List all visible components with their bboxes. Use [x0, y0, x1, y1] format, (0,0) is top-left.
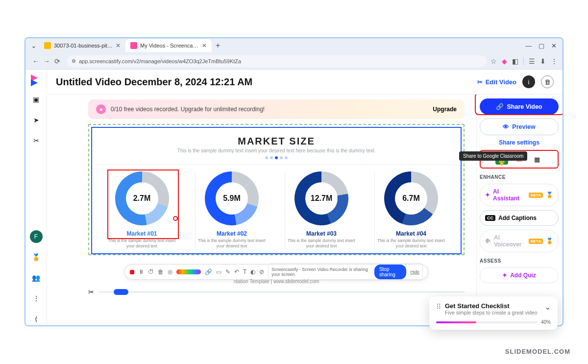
ai-assistant-label: AI Assistant	[493, 188, 526, 202]
slides-favicon-icon	[44, 42, 51, 49]
edit-video-label: Edit Video	[486, 78, 516, 86]
recording-toolbar[interactable]: ⏸ ⏱ 🗑 ◎ 🔗 ▭ ✎ ↶ T ◐ ⊘ Screencastify -	[124, 264, 428, 280]
add-quiz-button[interactable]: ✦ Add Quiz	[480, 267, 559, 283]
pager-dots	[97, 156, 456, 159]
browser-tab-screencastify[interactable]: My Videos - Screencastify ✕	[125, 39, 212, 52]
upgrade-link[interactable]: Upgrade	[433, 106, 457, 113]
chrome-menu-icon[interactable]: ⋮	[551, 57, 558, 65]
timer-icon[interactable]: ⏱	[148, 268, 154, 275]
add-captions-label: Add Captions	[498, 215, 537, 221]
donut-value: 5.9M	[216, 182, 248, 215]
downloads-icon[interactable]: ⬇	[540, 57, 546, 65]
donut-desc: This is the sample dummy text insert you…	[105, 238, 179, 248]
donut-value: 12.7M	[305, 182, 338, 215]
award-badge-icon: ★	[96, 104, 106, 114]
stop-sharing-button[interactable]: Stop sharing	[374, 265, 407, 279]
drag-handle-icon[interactable]: ⠿	[436, 303, 441, 310]
share-settings-link[interactable]: Share settings	[480, 139, 559, 146]
close-window-icon[interactable]: ✕	[551, 42, 557, 49]
blur-tool-icon[interactable]: ◐	[250, 268, 255, 275]
main-column: Untitled Video December 8, 2024 12:21 AM…	[47, 70, 563, 325]
tab-title: 30073-01-business-pitch-deck	[54, 43, 113, 49]
preview-button[interactable]: 👁 Preview	[480, 119, 559, 135]
market-2: 5.9M Market #02 This is the sample dummy…	[195, 171, 269, 248]
nav-submit-icon[interactable]: ➤	[30, 114, 43, 126]
nav-edit-icon[interactable]: ✂	[30, 134, 43, 147]
eraser-icon[interactable]: ▭	[216, 268, 221, 275]
nav-groups-icon[interactable]: 👥	[30, 271, 43, 284]
delete-take-icon[interactable]: 🗑	[158, 268, 164, 275]
get-started-checklist-popover[interactable]: ⠿ Get Started Checklist Five simple step…	[429, 296, 558, 330]
pen-icon[interactable]: ✎	[225, 268, 230, 275]
minimize-icon[interactable]: —	[525, 42, 532, 49]
bookmark-star-icon[interactable]: ☆	[490, 57, 497, 65]
close-tab-icon[interactable]: ✕	[116, 42, 121, 49]
share-video-button[interactable]: 🔗 Share Video	[480, 98, 559, 115]
premium-ribbon-icon: 🏅	[546, 192, 553, 198]
hide-share-bar-link[interactable]: Hide	[410, 269, 419, 274]
progress-fill	[436, 321, 476, 323]
trim-timeline[interactable]: ✂	[88, 284, 465, 296]
donut-value: 2.7M	[126, 182, 158, 215]
forward-icon[interactable]: →	[41, 57, 52, 65]
pause-icon[interactable]: ⏸	[138, 268, 144, 275]
recording-frame: MARKET SIZE This is the sample dummy tex…	[88, 124, 465, 255]
site-settings-icon[interactable]: ⚙	[72, 58, 76, 64]
sparkle-icon: ✦	[485, 192, 490, 198]
url-text: app.screencastify.com/v2/manage/videos/w…	[79, 58, 241, 64]
close-tab-icon[interactable]: ✕	[202, 42, 207, 49]
new-tab-button[interactable]: +	[212, 41, 224, 50]
trim-scissors-icon[interactable]: ✂	[88, 288, 94, 296]
stop-record-icon[interactable]	[130, 270, 134, 274]
cursor-spotlight-icon[interactable]: ◎	[168, 268, 172, 275]
nav-more-icon[interactable]: ⋮	[30, 292, 43, 305]
edit-video-button[interactable]: ✂ Edit Video	[477, 78, 516, 86]
checklist-collapse-icon[interactable]: ⌄	[544, 302, 551, 312]
pen-color-picker[interactable]	[176, 269, 201, 274]
nav-collapse-icon[interactable]: ⟨	[30, 313, 43, 325]
ai-voiceover-button[interactable]: 🗣 AI Voiceover BETA 🏅	[480, 230, 559, 252]
window-controls: — ▢ ✕	[525, 42, 560, 49]
nav-library-icon[interactable]: ▣	[30, 93, 43, 106]
url-input[interactable]: ⚙ app.screencastify.com/v2/manage/videos…	[67, 55, 487, 67]
selection-handle-icon[interactable]	[173, 216, 178, 221]
reading-list-icon[interactable]: ☰	[529, 57, 535, 65]
video-title[interactable]: Untitled Video December 8, 2024 12:21 AM	[56, 76, 252, 88]
trim-handle[interactable]	[114, 289, 128, 295]
slide-preview[interactable]: MARKET SIZE This is the sample dummy tex…	[91, 127, 462, 254]
donut-value: 6.7M	[395, 182, 427, 215]
browser-tab-slides[interactable]: 30073-01-business-pitch-deck ✕	[39, 39, 125, 52]
sparkle-icon: ✦	[502, 272, 507, 279]
screencastify-app: ▣ ➤ ✂ F 🏅 👥 ⋮ ⟨ Untitled Video December …	[25, 70, 563, 325]
link-tool-icon[interactable]: 🔗	[205, 268, 212, 275]
ai-assistant-button[interactable]: ✦ AI Assistant BETA 🏅	[480, 184, 559, 206]
tab-search-chevron[interactable]: ⌄	[28, 42, 39, 49]
screencastify-favicon-icon	[130, 42, 137, 49]
add-quiz-label: Add Quiz	[510, 272, 536, 279]
add-captions-button[interactable]: CC Add Captions	[480, 210, 559, 226]
donut-label: Market #03	[306, 230, 337, 237]
user-avatar[interactable]: F	[30, 230, 43, 243]
screencastify-extension-icon[interactable]: ◆	[502, 57, 507, 65]
checklist-subtitle: Five simple steps to create a great vide…	[445, 310, 538, 315]
delete-button[interactable]: 🗑	[541, 75, 554, 88]
clear-icon[interactable]: ⊘	[259, 268, 264, 275]
back-icon[interactable]: ←	[30, 57, 41, 65]
market-1[interactable]: 2.7M Market #01 This is the sample dummy…	[105, 171, 179, 248]
screencastify-logo-icon[interactable]	[30, 74, 43, 85]
donut-row: 2.7M Market #01 This is the sample dummy…	[97, 164, 456, 248]
ai-voiceover-label: AI Voiceover	[494, 234, 526, 248]
address-bar: ← → ⟳ ⚙ app.screencastify.com/v2/manage/…	[25, 53, 563, 70]
trim-track[interactable]	[99, 288, 465, 296]
undo-icon[interactable]: ↶	[234, 268, 239, 275]
maximize-icon[interactable]: ▢	[539, 42, 544, 49]
nav-rewards-icon[interactable]: 🏅	[30, 251, 43, 264]
share-qr-button[interactable]: ▦	[531, 154, 543, 165]
beta-badge: BETA	[529, 239, 543, 244]
info-button[interactable]: i	[522, 75, 535, 88]
content-row: ★ 0/10 free videos recorded. Upgrade for…	[47, 95, 563, 325]
donut-desc: This is the sample dummy text insert you…	[285, 238, 358, 248]
reload-icon[interactable]: ⟳	[52, 57, 63, 65]
text-tool-icon[interactable]: T	[243, 268, 246, 275]
extensions-icon[interactable]: ◧	[512, 57, 518, 65]
